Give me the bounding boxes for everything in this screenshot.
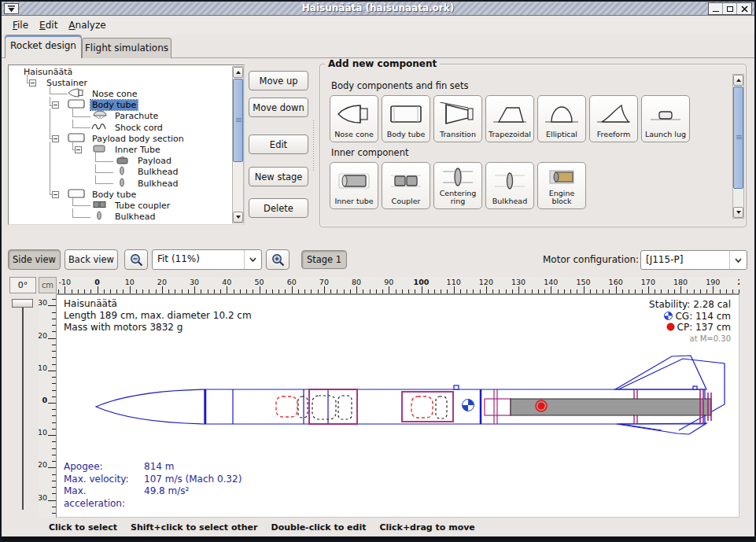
component-scrollbar[interactable] (732, 74, 744, 219)
scroll-down-button[interactable] (233, 212, 243, 223)
bodytube-icon (68, 133, 87, 145)
vertical-ruler: -30-20-100102030 (39, 294, 57, 518)
arrow-up-icon (736, 79, 741, 82)
section-label: Body components and fin sets (331, 80, 723, 91)
component-button-trapezoidal[interactable]: Trapezoidal (485, 95, 534, 142)
delete-button[interactable]: Delete (249, 198, 308, 218)
tree-item-haisun-t-[interactable]: Haisunäätä (9, 66, 232, 77)
tree-item-bulkhead[interactable]: Bulkhead (9, 167, 232, 178)
shockcord-icon (90, 122, 109, 134)
tree-item-shock-cord[interactable]: Shock cord (9, 122, 232, 133)
component-button-inner-tube[interactable]: Inner tube (330, 162, 378, 209)
parachute-outline (276, 396, 297, 417)
move-down-button[interactable]: Move down (249, 98, 308, 117)
move-up-button[interactable]: Move up (249, 71, 308, 90)
scroll-up-button[interactable] (733, 75, 743, 86)
tree-expander-icon[interactable] (52, 191, 59, 198)
component-button-centering-ring[interactable]: Centering ring (433, 162, 482, 209)
splitter-handle[interactable] (312, 120, 315, 171)
tree-item-bulkhead[interactable]: Bulkhead (9, 178, 232, 189)
tree-scrollbar[interactable] (232, 66, 244, 223)
zoom-out-button[interactable] (124, 249, 148, 270)
tree-item-tube-coupler[interactable]: Tube coupler (9, 200, 232, 211)
menu-bar: FileEditAnalyze (2, 17, 754, 35)
tree-item-payload-body-section[interactable]: Payload body section (9, 133, 232, 144)
scroll-up-button[interactable] (233, 67, 243, 78)
tree-item-body-tube[interactable]: Body tube (9, 189, 232, 200)
component-button-label: Coupler (392, 197, 421, 205)
close-icon (741, 6, 748, 13)
tree-item-inner-tube[interactable]: Inner Tube (9, 144, 232, 155)
scrollbar-thumb[interactable] (233, 79, 243, 162)
rotation-slider-thumb[interactable] (12, 299, 33, 308)
status-hint: Click to select (49, 522, 117, 533)
parachute-icon (90, 110, 109, 122)
minimize-button[interactable] (709, 3, 723, 14)
component-button-engine-block[interactable]: Engine block (537, 162, 586, 209)
stability-value: Stability: 2.28 cal (649, 299, 731, 311)
tree-item-sustainer[interactable]: Sustainer (9, 77, 232, 88)
nosecone-icon (336, 98, 372, 131)
component-tree[interactable]: HaisunäätäSustainerNose coneBody tubePar… (9, 66, 232, 223)
tab-flight-simulations[interactable]: Flight simulations (82, 38, 171, 58)
innertube-icon (336, 164, 372, 197)
maximize-button[interactable] (723, 3, 737, 14)
component-button-transition[interactable]: Transition (433, 95, 482, 142)
motor-configuration-combo[interactable]: [J115-P] (640, 250, 747, 270)
close-button[interactable] (737, 3, 751, 14)
component-button-label: Inner tube (334, 197, 373, 205)
arrow-up-icon (236, 71, 241, 74)
tree-item-label: Payload body section (90, 134, 186, 144)
group-title: Add new component (325, 58, 440, 69)
add-component-group: Add new component Body components and fi… (319, 64, 747, 227)
rocket-canvas[interactable]: Haisunäätä Length 189 cm, max. diameter … (57, 294, 739, 518)
component-button-launch-lug[interactable]: Launch lug (641, 95, 690, 142)
tree-item-label: Sustainer (45, 78, 89, 88)
bodytube-icon (68, 189, 87, 201)
side-view-button[interactable]: Side view (8, 249, 61, 270)
tree-item-label: Body tube (90, 100, 138, 110)
scrollbar-thumb[interactable] (733, 87, 743, 189)
tree-expander-icon[interactable] (75, 146, 82, 153)
title-bar[interactable]: Haisunäätä (haisunaata.ork) (2, 2, 754, 16)
tree-item-label: Bulkhead (113, 212, 157, 222)
scroll-down-button[interactable] (733, 207, 743, 218)
tree-item-label: Bulkhead (136, 167, 179, 177)
maximize-icon (727, 6, 733, 12)
bulkhead-icon (113, 166, 132, 178)
tree-item-nose-cone[interactable]: Nose cone (9, 88, 232, 99)
zoom-in-button[interactable] (266, 249, 289, 270)
component-button-coupler[interactable]: Coupler (382, 162, 430, 209)
tab-rocket-design[interactable]: Rocket design (5, 35, 82, 58)
mach-condition: at M=0.30 (649, 334, 731, 345)
component-button-label: Nose cone (334, 131, 374, 138)
component-button-nose-cone[interactable]: Nose cone (330, 95, 378, 142)
tree-item-body-tube[interactable]: Body tube (9, 100, 232, 111)
component-button-label: Launch lug (645, 131, 686, 138)
zoom-level-combo[interactable]: Fit (11%) (152, 249, 262, 270)
tree-expander-icon[interactable] (52, 101, 59, 109)
menu-file[interactable]: File (13, 20, 28, 31)
tree-expander-icon[interactable] (29, 79, 36, 87)
component-button-label: Elliptical (546, 131, 577, 138)
component-button-body-tube[interactable]: Body tube (382, 95, 430, 142)
shock-cord-outline-2 (436, 396, 447, 418)
tree-item-parachute[interactable]: Parachute (9, 111, 232, 122)
stage-1-toggle[interactable]: Stage 1 (301, 250, 347, 269)
component-button-bulkhead[interactable]: Bulkhead (485, 162, 534, 209)
menu-analyze[interactable]: Analyze (68, 20, 105, 31)
tree-item-payload[interactable]: Payload (9, 156, 232, 167)
menu-edit[interactable]: Edit (39, 20, 57, 31)
tree-item-bulkhead[interactable]: Bulkhead (9, 212, 232, 223)
tree-expander-icon[interactable] (52, 135, 59, 142)
edit-button[interactable]: Edit (249, 135, 308, 154)
component-button-elliptical[interactable]: Elliptical (537, 95, 586, 142)
component-button-label: Transition (440, 131, 476, 138)
new-stage-button[interactable]: New stage (249, 167, 308, 186)
rotation-slider-track[interactable] (22, 299, 24, 510)
component-button-freeform[interactable]: Freeform (589, 95, 638, 142)
nose-cone-outline (96, 389, 205, 424)
tree-item-label: Tube coupler (113, 201, 171, 211)
back-view-button[interactable]: Back view (65, 249, 118, 270)
rocket-dimensions: Length 189 cm, max. diameter 10.2 cm (64, 310, 252, 322)
